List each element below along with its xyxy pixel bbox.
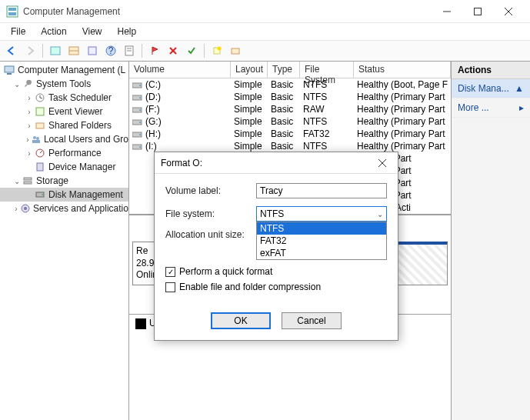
- tree-shared-folders[interactable]: ›Shared Folders: [0, 118, 128, 132]
- toolbar: ?: [0, 40, 530, 62]
- allocation-unit-label: Allocation unit size:: [165, 229, 256, 240]
- tree-disk-management[interactable]: Disk Management: [0, 188, 128, 202]
- properties-icon[interactable]: [121, 42, 138, 59]
- tree-system-tools[interactable]: ⌄ System Tools: [0, 77, 128, 91]
- menu-view[interactable]: View: [75, 25, 110, 38]
- svg-rect-1: [8, 8, 16, 11]
- chevron-right-icon[interactable]: ›: [12, 205, 20, 213]
- svg-point-19: [218, 47, 222, 51]
- svg-rect-4: [475, 8, 482, 15]
- svg-rect-22: [7, 73, 12, 75]
- svg-rect-20: [232, 48, 239, 54]
- file-system-dropdown[interactable]: NTFS FAT32 exFAT: [256, 222, 387, 260]
- tree-performance[interactable]: ›Performance: [0, 146, 128, 160]
- svg-text:?: ?: [108, 45, 114, 56]
- tool-flag-icon[interactable]: [146, 42, 163, 59]
- chevron-right-icon[interactable]: ›: [25, 149, 34, 158]
- table-row[interactable]: (D:)SimpleBasicNTFSHealthy (Primary Part: [129, 91, 451, 103]
- fs-option-fat32[interactable]: FAT32: [257, 235, 386, 247]
- tool-icon-3[interactable]: [84, 42, 101, 59]
- svg-point-34: [42, 194, 43, 195]
- triangle-right-icon: ▸: [519, 102, 524, 113]
- compression-checkbox[interactable]: [165, 282, 175, 292]
- folder-share-icon: [34, 119, 46, 132]
- computer-icon: [3, 64, 15, 76]
- svg-rect-10: [88, 47, 96, 55]
- fs-option-exfat[interactable]: exFAT: [257, 247, 386, 259]
- col-layout[interactable]: Layout: [231, 62, 268, 78]
- tree-root[interactable]: Computer Management (L: [0, 63, 128, 77]
- actions-pane: Actions Disk Mana...▲ More ...▸: [452, 62, 530, 420]
- svg-rect-28: [32, 140, 40, 143]
- new-icon[interactable]: [208, 42, 225, 59]
- tree-storage[interactable]: ⌄Storage: [0, 174, 128, 188]
- svg-rect-7: [51, 47, 60, 55]
- format-dialog: Format O: Volume label: File system: NTF…: [154, 152, 398, 341]
- triangle-up-icon: ▲: [515, 83, 524, 94]
- table-row[interactable]: (I:)SimpleBasicNTFSHealthy (Primary Part: [129, 140, 451, 152]
- dialog-title-bar[interactable]: Format O:: [155, 152, 398, 174]
- col-status[interactable]: Status: [354, 62, 451, 78]
- legend-swatch-unallocated: [135, 318, 146, 329]
- col-filesystem[interactable]: File System: [300, 62, 354, 78]
- volume-label-input[interactable]: [256, 183, 387, 198]
- close-button[interactable]: [493, 1, 524, 22]
- tree-services[interactable]: ›Services and Applicatio: [0, 202, 128, 215]
- table-row[interactable]: (G:)SimpleBasicNTFSHealthy (Primary Part: [129, 115, 451, 128]
- disk-icon: [34, 188, 46, 201]
- performance-icon: [34, 147, 46, 159]
- dialog-title: Format O:: [161, 158, 373, 168]
- cancel-button[interactable]: Cancel: [282, 312, 342, 329]
- chevron-down-icon[interactable]: ⌄: [12, 177, 22, 185]
- svg-point-48: [139, 146, 141, 148]
- table-row[interactable]: (H:)SimpleBasicFAT32Healthy (Primary Par…: [129, 128, 451, 140]
- tree-device-manager[interactable]: Device Manager: [0, 160, 128, 174]
- device-icon: [34, 161, 46, 173]
- fs-option-ntfs[interactable]: NTFS: [257, 222, 386, 235]
- tree-task-scheduler[interactable]: ›Task Scheduler: [0, 91, 128, 105]
- dialog-close-button[interactable]: [373, 155, 392, 171]
- maximize-button[interactable]: [462, 1, 493, 22]
- menu-file[interactable]: File: [3, 25, 33, 38]
- file-system-value: NTFS: [260, 208, 284, 219]
- window-title: Computer Management: [23, 6, 432, 17]
- file-system-combo[interactable]: NTFS ⌄ NTFS FAT32 exFAT: [256, 206, 387, 222]
- svg-rect-32: [24, 182, 32, 184]
- col-type[interactable]: Type: [268, 62, 300, 78]
- tree-local-users[interactable]: ›Local Users and Gro: [0, 132, 128, 146]
- svg-point-38: [139, 85, 141, 86]
- chevron-right-icon[interactable]: ›: [25, 108, 34, 116]
- menu-action[interactable]: Action: [33, 25, 74, 38]
- forward-button[interactable]: [22, 42, 38, 59]
- help-icon[interactable]: ?: [102, 42, 119, 59]
- table-row[interactable]: (F:)SimpleBasicRAWHealthy (Primary Part: [129, 103, 451, 115]
- clock-icon: [34, 92, 46, 104]
- svg-point-44: [139, 122, 141, 123]
- tool-icon-2[interactable]: [65, 42, 82, 59]
- folder-icon[interactable]: [227, 42, 244, 59]
- title-bar: Computer Management: [0, 0, 530, 23]
- tree-pane[interactable]: Computer Management (L ⌄ System Tools ›T…: [0, 62, 129, 420]
- menu-help[interactable]: Help: [110, 25, 145, 38]
- actions-item-disk[interactable]: Disk Mana...▲: [452, 79, 530, 98]
- chevron-right-icon[interactable]: ›: [25, 94, 34, 102]
- back-button[interactable]: [3, 42, 20, 59]
- table-row[interactable]: (C:)SimpleBasicNTFSHealthy (Boot, Page F: [129, 78, 451, 91]
- svg-rect-31: [24, 178, 32, 180]
- actions-item-more[interactable]: More ...▸: [452, 98, 530, 118]
- check-icon[interactable]: [183, 42, 200, 59]
- chevron-right-icon[interactable]: ›: [25, 135, 31, 144]
- tool-icon-1[interactable]: [47, 42, 64, 59]
- ok-button[interactable]: OK: [211, 312, 271, 329]
- tree-event-viewer[interactable]: ›Event Viewer: [0, 105, 128, 118]
- quick-format-checkbox[interactable]: ✓: [165, 267, 175, 277]
- chevron-right-icon[interactable]: ›: [25, 122, 34, 130]
- chevron-down-icon[interactable]: ⌄: [12, 80, 22, 88]
- svg-point-27: [36, 137, 39, 140]
- delete-icon[interactable]: [165, 42, 182, 59]
- minimize-button[interactable]: [432, 1, 462, 22]
- svg-point-26: [33, 136, 36, 139]
- chevron-down-icon: ⌄: [377, 210, 383, 218]
- compression-label: Enable file and folder compression: [179, 282, 321, 292]
- col-volume[interactable]: Volume: [129, 62, 231, 78]
